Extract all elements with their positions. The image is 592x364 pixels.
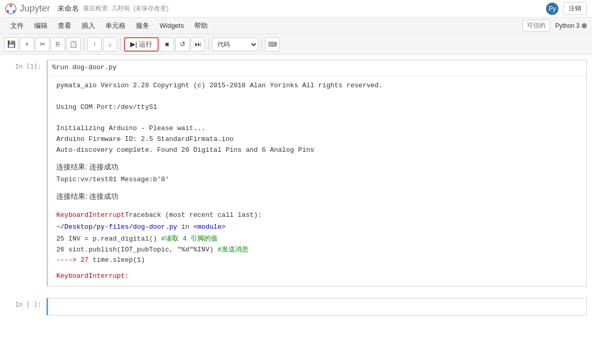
move-down-button[interactable]: ↓	[103, 37, 117, 52]
jupyter-logo-icon	[5, 3, 17, 14]
notebook: In [1]: %run dog-door.py pymata_aio Vers…	[0, 55, 592, 364]
login-button[interactable]: 注销	[563, 2, 587, 15]
output-line-2: Using COM Port:/dev/ttyS1	[56, 102, 582, 113]
keyboard-shortcuts-button[interactable]: ⌨	[265, 37, 279, 52]
trusted-badge: 可信的	[522, 20, 550, 31]
jupyter-logo: Jupyter	[5, 3, 50, 14]
comment-26: #发送消息	[213, 246, 248, 254]
run-label: 运行	[139, 40, 152, 49]
notebook-title[interactable]: 未命名	[57, 4, 79, 13]
cell-2-label: In [ ]:	[5, 298, 46, 315]
add-cell-button[interactable]: +	[20, 37, 34, 52]
comment-25: #读取 4 引脚的值	[157, 235, 217, 243]
code-27: time.sleep(1)	[88, 256, 145, 264]
move-up-button[interactable]: ↑	[87, 37, 102, 52]
menu-view[interactable]: 查看	[53, 19, 76, 33]
error-keyboard-interrupt-line: KeyboardInterruptTraceback (most recent …	[56, 210, 582, 221]
output-line-5: Auto-discovery complete. Found 20 Digita…	[56, 145, 582, 156]
cut-button[interactable]: ✂	[35, 37, 50, 52]
menu-cell[interactable]: 单元格	[100, 19, 131, 33]
restart-run-button[interactable]: ⏭	[191, 37, 205, 52]
error-final-line: KeyboardInterrupt:	[56, 271, 582, 282]
error-code-line-27: ----> 27 time.sleep(1)	[56, 255, 582, 266]
code-25: INV = p.read_digital()	[65, 235, 157, 243]
svg-point-1	[10, 4, 12, 7]
output-chinese-2: 连接结果: 连接成功	[56, 191, 582, 202]
menubar: 文件 编辑 查看 插入 单元格 服务 Widgets 帮助 可信的 Python…	[0, 18, 592, 34]
menu-edit[interactable]: 编辑	[29, 19, 53, 33]
cell-2-container: In [ ]:	[0, 298, 592, 315]
output-chinese-1: 连接结果: 连接成功	[56, 161, 582, 172]
output-line-4: Arduino Firmware ID: 2.5 StandardFirmata…	[56, 134, 582, 145]
error-type: KeyboardInterrupt	[56, 211, 125, 219]
cell-1-output: pymata_aio Version 2.28 Copyright (c) 20…	[48, 76, 586, 286]
code-26: siot.publish(IOT_pubTopic, "%d"%INV)	[65, 246, 214, 254]
cell-2-content[interactable]	[46, 298, 587, 315]
output-line-3: Initializing Arduino - Please wait...	[56, 123, 582, 134]
error-module: <module>	[193, 223, 225, 231]
cell-type-select[interactable]: 代码 Markdown Raw	[212, 38, 258, 51]
output-topic: Topic:vv/test01 Message:b'0'	[56, 175, 582, 185]
menu-insert[interactable]: 插入	[76, 19, 100, 33]
output-line-1: pymata_aio Version 2.28 Copyright (c) 20…	[56, 81, 582, 91]
separator-1	[84, 38, 84, 51]
cell-1-label: In [1]:	[5, 60, 46, 287]
run-icon: ▶|	[130, 40, 137, 48]
save-button[interactable]: 💾	[4, 37, 19, 52]
menu-kernel[interactable]: 服务	[131, 19, 154, 33]
bottom-space	[0, 288, 592, 298]
error-file-line: ~/Desktop/py-files/dog-door.py in <modul…	[56, 222, 582, 233]
checkpoint-info: 最后检查: 几秒前 (未保存改变)	[83, 4, 168, 13]
error-traceback: Traceback (most recent call last):	[125, 211, 262, 219]
python-kernel-icon: Py	[546, 2, 559, 15]
run-button[interactable]: ▶| 运行	[124, 37, 159, 52]
output-section-1: pymata_aio Version 2.28 Copyright (c) 20…	[56, 81, 582, 156]
toolbar: 💾 + ✂ ⎘ 📋 ↑ ↓ ▶| 运行 ■ ↺ ⏭ 代码 Markdown Ra…	[0, 34, 592, 55]
error-code-line-25: 25 INV = p.read_digital() #读取 4 引脚的值	[56, 234, 582, 245]
separator-4	[261, 38, 262, 51]
separator-3	[208, 38, 209, 51]
cell-1-content[interactable]: %run dog-door.py pymata_aio Version 2.28…	[46, 60, 587, 287]
error-section: KeyboardInterruptTraceback (most recent …	[56, 210, 582, 282]
kernel-status-circle	[582, 23, 587, 28]
output-line-blank2	[56, 113, 582, 123]
kernel-info: Python 3	[555, 22, 587, 29]
menu-help[interactable]: 帮助	[189, 19, 213, 33]
stop-button[interactable]: ■	[160, 37, 174, 52]
svg-text:Py: Py	[549, 5, 556, 12]
line-num-25: 25	[56, 235, 65, 243]
error-code-line-26: 26 siot.publish(IOT_pubTopic, "%d"%INV) …	[56, 245, 582, 256]
copy-button[interactable]: ⎘	[51, 37, 65, 52]
cell-1-input[interactable]: %run dog-door.py	[48, 60, 586, 76]
error-arrow: ----> 27	[56, 256, 88, 264]
cell-1-container: In [1]: %run dog-door.py pymata_aio Vers…	[0, 60, 592, 287]
line-num-26: 26	[56, 246, 65, 254]
svg-point-3	[13, 10, 15, 12]
cell-2-input[interactable]	[48, 298, 586, 315]
paste-button[interactable]: 📋	[66, 37, 81, 52]
titlebar: Jupyter 未命名 最后检查: 几秒前 (未保存改变) Py 注销	[0, 0, 592, 18]
app-name: Jupyter	[20, 3, 50, 14]
error-final: KeyboardInterrupt:	[56, 272, 129, 280]
menu-file[interactable]: 文件	[5, 19, 29, 33]
menu-widgets[interactable]: Widgets	[154, 20, 189, 31]
error-in: in	[177, 223, 193, 231]
restart-button[interactable]: ↺	[175, 37, 190, 52]
svg-point-2	[7, 10, 9, 12]
error-file: ~/Desktop/py-files/dog-door.py	[56, 223, 177, 231]
output-line-blank	[56, 91, 582, 102]
separator-2	[120, 38, 121, 51]
